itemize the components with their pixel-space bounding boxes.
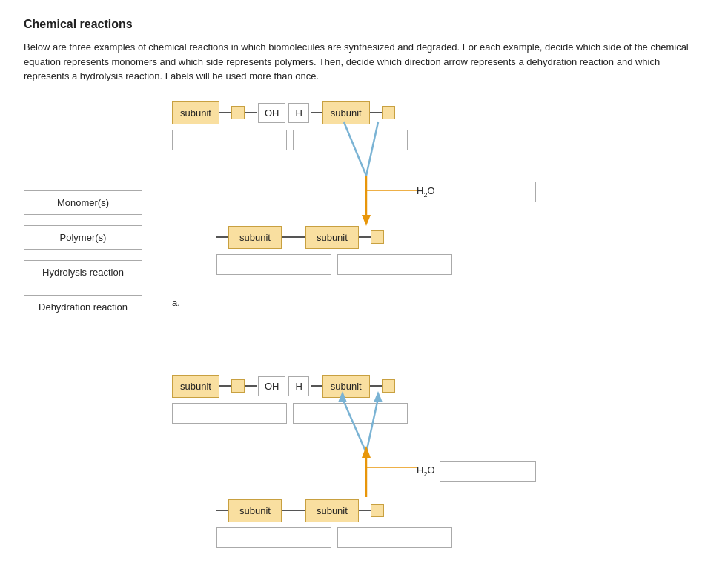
diag-b-drop-br[interactable] <box>337 527 452 548</box>
diagram-a-top-row: subunit OH H subunit <box>172 101 395 124</box>
connector-a-br <box>359 236 371 238</box>
diag-a-oh: OH <box>258 103 286 123</box>
diag-a-subunit-br: subunit <box>305 226 359 249</box>
svg-marker-3 <box>362 215 371 226</box>
diag-b-drop-h2o[interactable] <box>440 461 536 482</box>
page: Chemical reactions Below are three examp… <box>0 0 728 566</box>
connector-b-bm <box>282 510 294 511</box>
connector-b-bm2 <box>294 510 305 511</box>
diagram-a-label: a. <box>172 297 704 308</box>
diag-a-drop-br[interactable] <box>337 254 452 275</box>
connector-a-bl <box>216 236 228 238</box>
connector-a-tl2 <box>245 112 257 113</box>
diagram-a-bottom-row: subunit subunit <box>216 226 384 249</box>
connector-a-tl <box>219 112 231 113</box>
diag-b-h: H <box>288 376 308 396</box>
diagram-b-section: subunit OH H subunit <box>172 375 704 567</box>
diagrams-panel: subunit OH H subunit <box>172 101 704 567</box>
connector-a-tr2 <box>370 112 382 113</box>
diag-a-small-tr <box>382 106 395 119</box>
diag-b-h2o-area: H2O <box>417 461 536 482</box>
diag-b-subunit-bl: subunit <box>228 499 282 522</box>
diagram-b-bottom-drops <box>216 527 452 548</box>
diag-a-h: H <box>288 103 308 123</box>
diag-a-subunit-tl: subunit <box>172 101 219 124</box>
diag-b-oh: OH <box>258 376 286 396</box>
diagram-b-bottom-row: subunit subunit <box>216 499 384 522</box>
svg-marker-10 <box>362 446 371 458</box>
diagram-a-section: subunit OH H subunit <box>172 101 704 308</box>
labels-panel: Monomer(s) Polymer(s) Hydrolysis reactio… <box>24 101 172 567</box>
label-polymers[interactable]: Polymer(s) <box>24 225 142 250</box>
diagram-b: subunit OH H subunit <box>172 375 587 567</box>
diag-a-h2o-label: H2O <box>417 185 435 199</box>
diag-a-drop-bl[interactable] <box>216 254 331 275</box>
diag-b-small-br <box>371 504 384 517</box>
diag-b-subunit-tr: subunit <box>322 375 370 398</box>
connector-a-bm <box>282 236 294 238</box>
diag-b-subunit-br: subunit <box>305 499 359 522</box>
page-title: Chemical reactions <box>24 18 704 31</box>
diag-a-subunit-tr: subunit <box>322 101 370 124</box>
connector-b-tl <box>219 385 231 387</box>
connector-b-br <box>359 510 371 511</box>
diag-a-subunit-bl: subunit <box>228 226 282 249</box>
diagram-a-bottom-drops <box>216 254 452 275</box>
connector-b-tl2 <box>245 385 257 387</box>
diag-a-small-tl <box>231 106 245 119</box>
connector-b-bl <box>216 510 228 511</box>
diag-b-drop-bl[interactable] <box>216 527 331 548</box>
connector-a-tr <box>311 112 322 113</box>
diag-b-small-tl <box>231 379 245 393</box>
diag-b-subunit-tl: subunit <box>172 375 219 398</box>
diag-b-drop-tl[interactable] <box>172 403 287 424</box>
diag-b-small-tr <box>382 379 395 393</box>
diagram-a: subunit OH H subunit <box>172 101 587 294</box>
diag-b-h2o-label: H2O <box>417 465 435 478</box>
intro-text: Below are three examples of chemical rea… <box>24 40 691 84</box>
diag-a-drop-h2o[interactable] <box>440 182 536 202</box>
diagram-b-top-row: subunit OH H subunit <box>172 375 395 398</box>
diag-a-drop-tr[interactable] <box>293 130 408 150</box>
label-monomers[interactable]: Monomer(s) <box>24 190 142 215</box>
connector-b-tr <box>311 385 322 387</box>
diag-b-drop-tr[interactable] <box>293 403 408 424</box>
diag-a-drop-tl[interactable] <box>172 130 287 150</box>
diag-a-h2o-area: H2O <box>417 182 536 202</box>
connector-b-tr2 <box>370 385 382 387</box>
label-dehydration[interactable]: Dehydration reaction <box>24 295 142 319</box>
diagram-a-top-drops <box>172 130 408 150</box>
main-layout: Monomer(s) Polymer(s) Hydrolysis reactio… <box>24 101 704 567</box>
diagram-b-top-drops <box>172 403 408 424</box>
diag-a-small-br <box>371 230 384 244</box>
label-hydrolysis[interactable]: Hydrolysis reaction <box>24 260 142 284</box>
connector-a-bm2 <box>294 236 305 238</box>
